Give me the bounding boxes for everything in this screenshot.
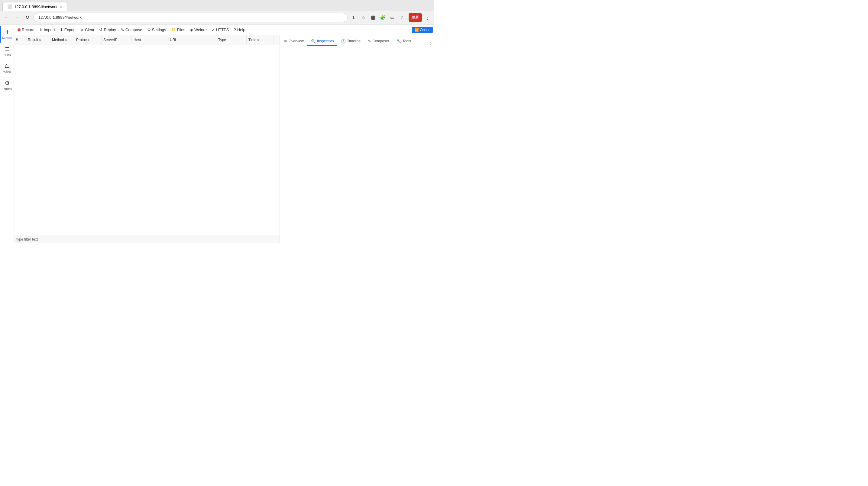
sidebar-item-plugins[interactable]: ⚙ Plugins — [0, 77, 14, 93]
reload-button[interactable]: ↻ — [23, 13, 31, 22]
panel-content — [280, 46, 434, 243]
app-toolbar: Record ⬆ Import ⬇ Export ✕ Clear ↺ Repla… — [14, 25, 434, 35]
col-header-url[interactable]: URL — [168, 35, 216, 44]
tab-close-btn[interactable]: × — [60, 4, 62, 9]
col-protocol-label: Protocol — [76, 38, 89, 42]
tab-overview-label: Overview — [289, 39, 304, 43]
clear-icon: ✕ — [81, 28, 84, 32]
method-sort-icon: ⇅ — [65, 38, 67, 41]
back-button[interactable]: ← — [2, 13, 11, 22]
help-label: Help — [237, 28, 245, 32]
weinre-label: Weinre — [194, 28, 207, 32]
col-type-label: Type — [218, 38, 226, 42]
tab-favicon — [7, 4, 12, 9]
active-tab[interactable]: 127.0.0.1:8899/#network × — [2, 2, 67, 11]
help-button[interactable]: ? Help — [231, 26, 248, 34]
settings-label: Settings — [152, 28, 166, 32]
compose-button[interactable]: ✎ Compose — [119, 26, 145, 34]
right-panel: 👁 Overview 🔍 Inspectors 🕐 Timeline ✎ Com… — [280, 35, 434, 243]
files-button[interactable]: 📁 Files — [168, 26, 188, 34]
import-button[interactable]: ⬆ Import — [37, 26, 57, 34]
https-button[interactable]: ✓ HTTPS — [209, 26, 231, 34]
browser-toolbar-icons: ⬇ ☆ ⬤ 🧩 ▭ Z 更新 ⋮ — [349, 13, 432, 22]
tab-title: 127.0.0.1:8899/#network — [14, 4, 57, 9]
network-panel: # Result ⇅ Method ⇅ Protocol ServerIP — [14, 35, 280, 243]
col-num-label: # — [16, 38, 18, 42]
bookmark-icon[interactable]: ☆ — [359, 13, 368, 22]
browser-tab-bar: 127.0.0.1:8899/#network × — [0, 0, 434, 11]
settings-icon: ⚙ — [147, 28, 151, 32]
weinre-button[interactable]: ◈ Weinre — [188, 26, 209, 34]
tools-icon: 🔧 — [397, 39, 401, 43]
timeline-icon: 🕐 — [341, 39, 346, 43]
sidebar-item-network[interactable]: ⬆ Network — [0, 26, 14, 42]
forward-button[interactable]: → — [13, 13, 21, 22]
sidebar-toggle-icon[interactable]: ▭ — [388, 13, 397, 22]
col-header-protocol[interactable]: Protocol — [74, 35, 101, 44]
sidebar-label-plugins: Plugins — [3, 87, 12, 90]
tab-overview[interactable]: 👁 Overview — [280, 37, 307, 46]
panel-tabs: 👁 Overview 🔍 Inspectors 🕐 Timeline ✎ Com… — [280, 35, 434, 46]
import-label: Import — [44, 28, 55, 32]
split-panel: # Result ⇅ Method ⇅ Protocol ServerIP — [14, 35, 434, 243]
values-icon: 🗂 — [4, 63, 10, 69]
col-header-type[interactable]: Type — [216, 35, 247, 44]
table-header: # Result ⇅ Method ⇅ Protocol ServerIP — [14, 35, 280, 44]
tab-composer[interactable]: ✎ Composer — [364, 37, 393, 46]
record-dot-icon — [18, 28, 21, 31]
import-icon: ⬆ — [39, 28, 42, 32]
sidebar-label-rules: Rules — [4, 54, 10, 57]
col-header-result[interactable]: Result ⇅ — [26, 35, 50, 44]
weinre-icon: ◈ — [190, 28, 193, 32]
menu-icon[interactable]: ⋮ — [423, 13, 432, 22]
col-header-serverip[interactable]: ServerIP — [101, 35, 132, 44]
profile-avatar[interactable]: Z — [398, 13, 406, 22]
col-host-label: Host — [133, 38, 141, 42]
sidebar-label-values: Values — [3, 70, 11, 73]
export-icon: ⬇ — [60, 28, 63, 32]
col-header-host[interactable]: Host — [132, 35, 168, 44]
composer-icon: ✎ — [368, 39, 371, 43]
col-header-method[interactable]: Method ⇅ — [50, 35, 74, 44]
col-header-num[interactable]: # — [14, 35, 26, 44]
address-text: 127.0.0.1:8899/#network — [38, 15, 82, 20]
download-icon[interactable]: ⬇ — [349, 13, 358, 22]
sidebar-item-values[interactable]: 🗂 Values — [0, 60, 14, 77]
sidebar-label-network: Network — [2, 37, 12, 39]
sidebar-item-rules[interactable]: ☰ Rules — [0, 42, 14, 60]
tab-tools[interactable]: 🔧 Tools — [393, 37, 415, 46]
tab-composer-label: Composer — [372, 39, 389, 43]
tab-tools-label: Tools — [403, 39, 411, 43]
settings-button[interactable]: ⚙ Settings — [145, 26, 168, 34]
export-button[interactable]: ⬇ Export — [57, 26, 78, 34]
tab-timeline[interactable]: 🕐 Timeline — [337, 37, 364, 46]
plugins-icon: ⚙ — [5, 80, 10, 86]
tab-inspectors[interactable]: 🔍 Inspectors — [307, 37, 337, 46]
profile-icon[interactable]: ⬤ — [369, 13, 377, 22]
filter-input[interactable] — [16, 237, 277, 242]
files-label: Files — [177, 28, 185, 32]
filter-bar — [14, 235, 280, 243]
network-icon: ⬆ — [5, 29, 10, 36]
inspectors-icon: 🔍 — [311, 39, 316, 43]
clear-button[interactable]: ✕ Clear — [78, 26, 97, 34]
replay-label: Replay — [104, 28, 116, 32]
online-icon: 📶 — [414, 28, 419, 32]
compose-label: Compose — [125, 28, 142, 32]
tab-timeline-label: Timeline — [347, 39, 361, 43]
panel-tab-more-button[interactable]: › — [428, 40, 434, 46]
address-bar[interactable]: 127.0.0.1:8899/#network — [33, 13, 347, 22]
update-button[interactable]: 更新 — [409, 13, 422, 22]
https-label: HTTPS — [216, 28, 229, 32]
replay-button[interactable]: ↺ Replay — [97, 26, 118, 34]
online-label: Online — [420, 28, 430, 32]
extensions-icon[interactable]: 🧩 — [378, 13, 387, 22]
col-url-label: URL — [170, 38, 177, 42]
time-sort-icon: ⇅ — [257, 38, 259, 41]
overview-icon: 👁 — [283, 39, 287, 43]
col-header-time[interactable]: Time ⇅ — [247, 35, 274, 44]
online-badge[interactable]: 📶 Online — [412, 27, 433, 33]
https-icon: ✓ — [212, 28, 215, 32]
export-label: Export — [64, 28, 76, 32]
record-button[interactable]: Record — [15, 26, 37, 34]
